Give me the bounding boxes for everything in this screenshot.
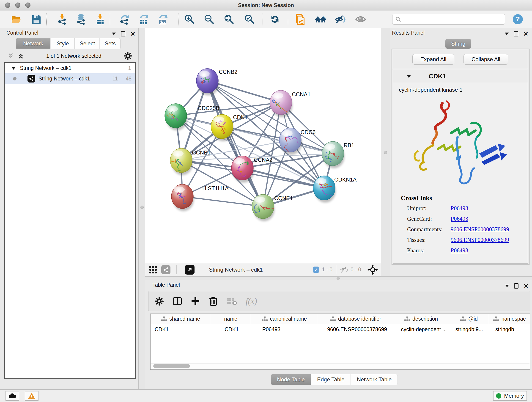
- column-header-database-identifier[interactable]: database identifier: [318, 314, 393, 324]
- export-table-button[interactable]: [137, 13, 150, 26]
- expand-all-button[interactable]: Expand All: [412, 54, 454, 65]
- tab-node-table[interactable]: Node Table: [271, 374, 311, 385]
- table-panel: Table Panel ✕ f(x) shared name name cano…: [145, 280, 532, 389]
- column-header-canonical-name[interactable]: canonical name: [251, 314, 318, 324]
- svg-text:?: ?: [516, 15, 520, 23]
- bottom-splitter-handle[interactable]: [336, 277, 340, 280]
- compartments-link[interactable]: 9606.ENSP00000378699: [451, 226, 509, 233]
- memory-status-dot: [496, 393, 501, 399]
- zoom-fit-button[interactable]: [223, 13, 235, 26]
- network-view-icon[interactable]: [161, 265, 171, 274]
- zoom-selected-button[interactable]: [243, 13, 256, 26]
- collection-expand-icon[interactable]: [11, 67, 16, 70]
- delete-column-icon[interactable]: [209, 296, 218, 306]
- right-splitter-handle[interactable]: [384, 151, 387, 154]
- search-input[interactable]: [403, 16, 505, 22]
- column-type-icon: [262, 316, 268, 321]
- collapse-all-button[interactable]: Collapse All: [463, 54, 508, 65]
- close-panel-icon[interactable]: ✕: [524, 284, 529, 288]
- cloud-button[interactable]: [6, 391, 19, 401]
- detach-view-icon[interactable]: [185, 265, 195, 274]
- column-header-description[interactable]: description: [393, 314, 449, 324]
- close-panel-icon[interactable]: ✕: [523, 32, 528, 36]
- column-header-name[interactable]: name: [211, 314, 251, 324]
- uniprot-link[interactable]: P06493: [451, 205, 468, 211]
- panel-menu-icon[interactable]: [505, 32, 509, 35]
- export-image-button[interactable]: [157, 13, 169, 26]
- hide-selected-button[interactable]: [334, 13, 347, 26]
- tab-network-table[interactable]: Network Table: [351, 374, 398, 385]
- expand-all-icon[interactable]: [17, 53, 24, 59]
- toolbar-separator: [110, 13, 110, 26]
- gear-icon[interactable]: [123, 51, 133, 61]
- node-table[interactable]: shared name name canonical name database…: [150, 313, 530, 370]
- memory-button[interactable]: Memory: [493, 391, 527, 401]
- panel-menu-icon[interactable]: [505, 285, 509, 287]
- birdseye-icon[interactable]: [367, 264, 378, 275]
- close-panel-icon[interactable]: ✕: [130, 32, 135, 36]
- export-network-button[interactable]: [118, 13, 131, 26]
- selected-count: 1 - 0: [322, 267, 332, 273]
- network-graph[interactable]: CCNB2CCNA1CDC25BCDK1CDC6RB1CCNB1CCNA2CDK…: [145, 28, 381, 263]
- open-session-button[interactable]: [10, 13, 22, 26]
- scrollbar-thumb[interactable]: [153, 364, 190, 368]
- section-collapse-icon[interactable]: [407, 75, 411, 78]
- crosslink-label: Pharos:: [407, 247, 451, 254]
- collection-count: 1: [128, 65, 131, 71]
- tab-string[interactable]: String: [445, 39, 471, 49]
- column-header-shared-name[interactable]: shared name: [151, 314, 211, 324]
- tab-network[interactable]: Network: [16, 38, 51, 49]
- network-list-header: 1 of 1 Network selected: [0, 50, 138, 62]
- float-panel-icon[interactable]: [514, 31, 518, 36]
- import-network-icon: [57, 14, 68, 25]
- panel-menu-icon[interactable]: [112, 32, 116, 35]
- float-panel-icon[interactable]: [121, 31, 125, 36]
- tab-sets[interactable]: Sets: [100, 38, 120, 49]
- grid-view-icon[interactable]: [149, 266, 157, 274]
- tissues-link[interactable]: 9606.ENSP00000378699: [451, 237, 509, 243]
- network-canvas[interactable]: CCNB2CCNA1CDC25BCDK1CDC6RB1CCNB1CCNA2CDK…: [145, 28, 381, 263]
- pharos-link[interactable]: P06493: [451, 247, 468, 254]
- function-builder-button[interactable]: f(x): [246, 296, 257, 306]
- network-view-title: String Network – cdk1: [209, 267, 263, 273]
- import-table-from-file-button[interactable]: [94, 13, 107, 26]
- selected-checkbox-icon[interactable]: ✓: [313, 267, 319, 273]
- network-row[interactable]: String Network – cdk1 11 48: [5, 73, 135, 84]
- first-neighbors-button[interactable]: [314, 13, 327, 26]
- import-network-from-database-button[interactable]: [75, 13, 88, 26]
- zoom-out-button[interactable]: [203, 13, 215, 26]
- svg-text:CDC6: CDC6: [301, 129, 316, 135]
- save-session-button[interactable]: [30, 13, 43, 26]
- results-panel: Results Panel ✕ String Expand All Collap…: [390, 28, 532, 276]
- tab-style[interactable]: Style: [51, 38, 75, 49]
- cell-namespace: stringdb: [489, 326, 530, 332]
- table-settings-gear-icon[interactable]: [154, 296, 164, 306]
- zoom-in-button[interactable]: [183, 13, 196, 26]
- network-collection-row[interactable]: String Network – cdk1 1: [5, 63, 135, 73]
- svg-text:HIST1H1A: HIST1H1A: [202, 185, 229, 191]
- expand-collapse-row: Expand All Collapse All: [393, 50, 528, 69]
- refresh-button[interactable]: [268, 13, 281, 26]
- column-type-icon: [493, 316, 499, 321]
- table-row[interactable]: CDK1 CDK1 P06493 9606.ENSP00000378699 cy…: [151, 324, 530, 335]
- tab-edge-table[interactable]: Edge Table: [311, 374, 351, 385]
- float-panel-icon[interactable]: [514, 283, 519, 288]
- tab-select[interactable]: Select: [75, 38, 99, 49]
- column-header-namespace[interactable]: namespac: [489, 314, 530, 324]
- show-all-button[interactable]: [354, 13, 367, 26]
- collapse-all-icon[interactable]: [7, 53, 14, 59]
- toolbar-search[interactable]: [392, 14, 505, 25]
- help-button[interactable]: ?: [511, 13, 524, 26]
- show-columns-icon[interactable]: [172, 296, 182, 306]
- clone-network-button[interactable]: [294, 13, 307, 26]
- column-header-id[interactable]: @id: [449, 314, 489, 324]
- cell-description: cyclin-dependent ...: [393, 326, 449, 332]
- left-splitter-handle[interactable]: [140, 206, 144, 209]
- cloud-icon: [8, 393, 16, 399]
- import-network-from-file-button[interactable]: [56, 13, 69, 26]
- genecard-link[interactable]: P06493: [451, 216, 468, 222]
- add-column-icon[interactable]: [191, 296, 200, 306]
- warnings-button[interactable]: [25, 391, 38, 401]
- node-result-header[interactable]: CDK1: [393, 70, 528, 83]
- horizontal-scrollbar[interactable]: [151, 363, 530, 369]
